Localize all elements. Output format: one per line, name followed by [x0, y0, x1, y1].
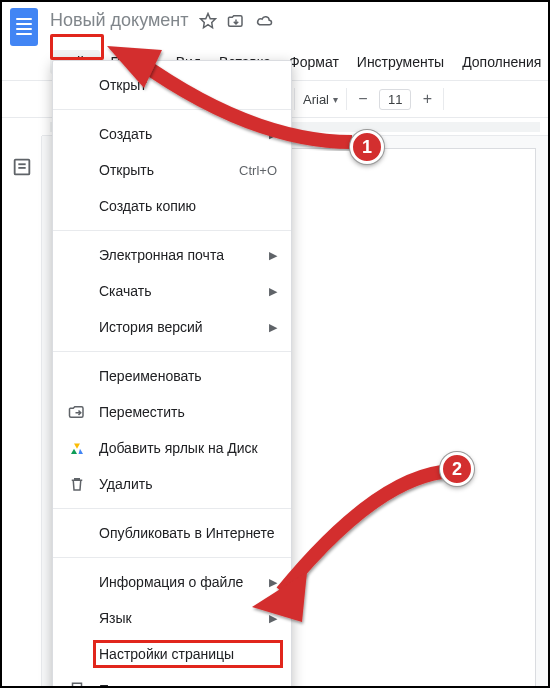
trash-icon: [67, 474, 87, 494]
font-size-decrease-button[interactable]: −: [351, 87, 375, 111]
submenu-arrow-icon: ▶: [269, 321, 277, 334]
menu-item-label: Информация о файле: [99, 574, 261, 590]
menu-item-page-setup[interactable]: Настройки страницы: [53, 636, 291, 672]
menu-item-label: Электронная почта: [99, 247, 261, 263]
menu-item-label: Настройки страницы: [99, 646, 277, 662]
annotation-badge-1: 1: [350, 130, 384, 164]
font-size-increase-button[interactable]: +: [415, 87, 439, 111]
menu-item-label: Язык: [99, 610, 261, 626]
submenu-arrow-icon: ▶: [269, 576, 277, 589]
menu-addons[interactable]: Дополнения: [454, 50, 549, 74]
folder-move-icon: [67, 402, 87, 422]
menu-item-info[interactable]: Информация о файле ▶: [53, 564, 291, 600]
menu-item-delete[interactable]: Удалить: [53, 466, 291, 502]
submenu-arrow-icon: ▶: [269, 128, 277, 141]
menu-item-add-shortcut[interactable]: Добавить ярлык на Диск: [53, 430, 291, 466]
menu-item-label: Создать копию: [99, 198, 277, 214]
menu-item-language[interactable]: Язык ▶: [53, 600, 291, 636]
menu-item-create[interactable]: Создать ▶: [53, 116, 291, 152]
menu-item-download[interactable]: Скачать ▶: [53, 273, 291, 309]
menu-item-label: Создать: [99, 126, 261, 142]
menu-tools[interactable]: Инструменты: [349, 50, 452, 74]
menu-item-label: Скачать: [99, 283, 261, 299]
menu-item-publish[interactable]: Опубликовать в Интернете: [53, 515, 291, 551]
chevron-down-icon: ▾: [333, 94, 338, 105]
menu-item-email[interactable]: Электронная почта ▶: [53, 237, 291, 273]
svg-marker-0: [200, 13, 215, 27]
submenu-arrow-icon: ▶: [269, 285, 277, 298]
document-title[interactable]: Новый документ: [50, 10, 189, 31]
menu-item-open[interactable]: Открыть Ctrl+O: [53, 152, 291, 188]
menu-item-version-history[interactable]: История версий ▶: [53, 309, 291, 345]
menu-shortcut: Ctrl+O: [239, 163, 277, 178]
menu-item-move[interactable]: Переместить: [53, 394, 291, 430]
font-family-selector[interactable]: Arial ▾: [299, 92, 342, 107]
menu-item-open-truncated[interactable]: Открыт: [53, 67, 291, 103]
menu-item-print[interactable]: Печать Ctrl+P: [53, 672, 291, 688]
submenu-arrow-icon: ▶: [269, 612, 277, 625]
menu-item-label: Открыть: [99, 162, 229, 178]
menu-item-rename[interactable]: Переименовать: [53, 358, 291, 394]
outline-toggle-icon[interactable]: [11, 156, 33, 178]
submenu-arrow-icon: ▶: [269, 249, 277, 262]
font-family-value: Arial: [303, 92, 329, 107]
star-icon[interactable]: [199, 12, 217, 30]
menu-item-label: Опубликовать в Интернете: [99, 525, 277, 541]
annotation-badge-2: 2: [440, 452, 474, 486]
font-size-input[interactable]: 11: [379, 89, 411, 110]
menu-item-make-copy[interactable]: Создать копию: [53, 188, 291, 224]
font-size-value: 11: [388, 92, 402, 107]
cloud-status-icon[interactable]: [255, 12, 273, 30]
docs-logo-icon[interactable]: [10, 8, 38, 46]
menu-item-label: История версий: [99, 319, 261, 335]
menu-item-label: Добавить ярлык на Диск: [99, 440, 277, 456]
menu-item-label: Открыт: [99, 77, 277, 93]
menu-item-label: Переместить: [99, 404, 277, 420]
menu-item-label: Переименовать: [99, 368, 277, 384]
move-to-drive-icon[interactable]: [227, 12, 245, 30]
drive-icon: [67, 438, 87, 458]
menu-item-label: Удалить: [99, 476, 277, 492]
file-menu-dropdown: Открыт Создать ▶ Открыть Ctrl+O Создать …: [52, 60, 292, 688]
